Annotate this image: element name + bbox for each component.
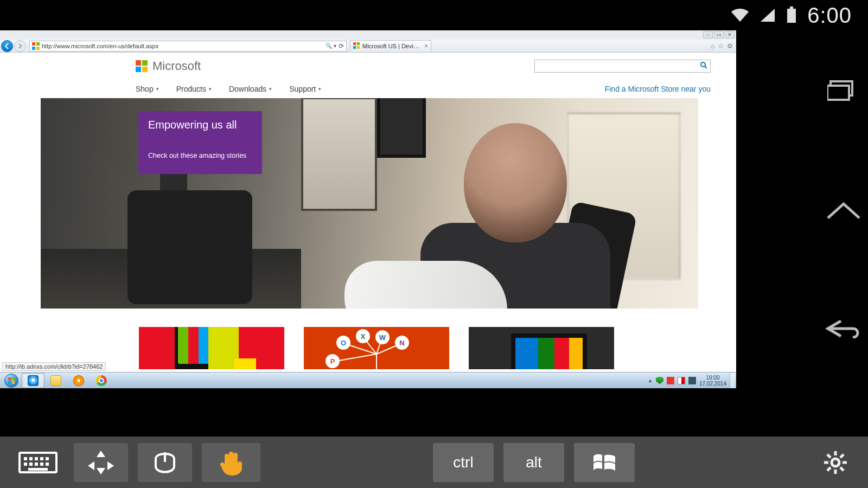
touch-mode-button[interactable] bbox=[202, 443, 260, 482]
back-button[interactable] bbox=[824, 316, 864, 342]
mouse-mode-button[interactable] bbox=[138, 443, 192, 482]
chevron-down-icon: ▾ bbox=[156, 86, 159, 92]
ie-tab[interactable]: Microsoft US | Devices and … × bbox=[350, 40, 431, 52]
wifi-icon bbox=[730, 8, 750, 23]
microsoft-logo[interactable]: Microsoft bbox=[136, 59, 201, 73]
tray-security-icon[interactable] bbox=[656, 377, 663, 384]
recent-apps-button[interactable] bbox=[824, 77, 864, 103]
tray-action-center-icon[interactable] bbox=[678, 377, 685, 384]
chrome-icon bbox=[96, 375, 107, 386]
hero-card[interactable]: Empowering us all Check out these amazin… bbox=[138, 111, 262, 174]
svg-rect-6 bbox=[32, 47, 35, 50]
toggle-keyboard-button[interactable] bbox=[12, 443, 64, 482]
ie-tab-close-button[interactable]: × bbox=[424, 42, 428, 50]
nav-find-store-link[interactable]: Find a Microsoft Store near you bbox=[605, 85, 711, 93]
ie-tab-title: Microsoft US | Devices and … bbox=[362, 43, 422, 49]
status-clock: 6:00 bbox=[807, 3, 852, 28]
alt-key-button[interactable]: alt bbox=[503, 443, 564, 482]
promo-tiles-row: W X O N P bbox=[139, 327, 614, 369]
start-button[interactable] bbox=[2, 373, 21, 388]
chevron-down-icon: ▾ bbox=[209, 86, 212, 92]
taskbar-app-ie[interactable] bbox=[22, 373, 44, 388]
hero-banner[interactable]: Empowering us all Check out these amazin… bbox=[41, 98, 698, 309]
svg-rect-8 bbox=[353, 42, 356, 45]
price-tag-shape bbox=[234, 358, 256, 369]
battery-icon bbox=[786, 7, 797, 24]
window-maximize-button[interactable]: ▭ bbox=[714, 31, 724, 38]
site-header: Microsoft bbox=[136, 53, 711, 80]
svg-rect-19 bbox=[46, 457, 49, 460]
taskbar-app-explorer[interactable] bbox=[44, 373, 67, 388]
tray-clock[interactable]: 18:00 17.02.2014 bbox=[699, 375, 726, 387]
taskbar-app-chrome[interactable] bbox=[90, 373, 113, 388]
tray-chevron-icon[interactable]: ▲ bbox=[648, 378, 653, 383]
svg-rect-20 bbox=[24, 463, 27, 466]
site-search-input[interactable] bbox=[535, 62, 697, 70]
phone-shape bbox=[175, 327, 213, 369]
ie-icon bbox=[28, 375, 39, 386]
promo-tile-phones[interactable] bbox=[139, 327, 284, 369]
home-button[interactable] bbox=[824, 196, 864, 222]
svg-line-35 bbox=[827, 467, 831, 471]
ie-title-bar: – ▭ ✕ bbox=[0, 30, 736, 40]
ie-forward-button[interactable] bbox=[14, 40, 26, 52]
tray-network-icon[interactable] bbox=[688, 377, 696, 384]
svg-line-32 bbox=[827, 454, 831, 458]
microsoft-wordmark: Microsoft bbox=[152, 59, 201, 73]
svg-rect-4 bbox=[32, 42, 35, 46]
hero-equipment-shape bbox=[127, 190, 252, 304]
windows-logo-icon bbox=[8, 377, 15, 384]
hero-head-shape bbox=[464, 123, 567, 242]
arrow-keys-button[interactable] bbox=[74, 443, 128, 482]
android-nav-bar bbox=[819, 30, 868, 388]
svg-point-12 bbox=[701, 62, 705, 67]
nav-shop[interactable]: Shop▾ bbox=[136, 85, 159, 93]
ie-search-dropdown[interactable]: 🔍 ▾ bbox=[326, 43, 336, 49]
svg-rect-18 bbox=[40, 457, 43, 460]
ie-toolbar: http://www.microsoft.com/en-us/default.a… bbox=[0, 40, 736, 53]
settings-button[interactable] bbox=[815, 443, 856, 482]
promo-tile-office[interactable]: W X O N P bbox=[304, 327, 449, 369]
promo-tile-surface[interactable] bbox=[469, 327, 614, 369]
svg-rect-1 bbox=[790, 7, 793, 9]
svg-rect-16 bbox=[29, 457, 33, 460]
svg-rect-25 bbox=[28, 468, 48, 471]
ie-status-bar-link: http://ib.adnxs.com/clktrb?id=278462 bbox=[2, 362, 106, 371]
powerpoint-icon: P bbox=[326, 354, 340, 368]
remote-app-toolbar: ctrl alt bbox=[0, 436, 868, 488]
ie-reload-button[interactable]: ⟳ bbox=[339, 42, 344, 50]
nav-products[interactable]: Products▾ bbox=[176, 85, 212, 93]
chevron-down-icon: ▾ bbox=[269, 86, 272, 92]
window-close-button[interactable]: ✕ bbox=[725, 31, 735, 38]
ie-back-button[interactable] bbox=[1, 40, 13, 52]
site-nav: Shop▾ Products▾ Downloads▾ Support▾ Find… bbox=[136, 80, 711, 98]
site-search[interactable] bbox=[534, 60, 711, 73]
search-icon[interactable] bbox=[697, 61, 710, 71]
webpage-content[interactable]: Microsoft Shop▾ Products▾ Downloads▾ Sup… bbox=[0, 53, 736, 372]
tray-volume-icon[interactable] bbox=[667, 377, 674, 384]
svg-rect-5 bbox=[36, 42, 40, 46]
taskbar-app-mediaplayer[interactable] bbox=[67, 373, 90, 388]
ie-url-text[interactable]: http://www.microsoft.com/en-us/default.a… bbox=[42, 43, 323, 49]
nav-support[interactable]: Support▾ bbox=[289, 85, 321, 93]
svg-rect-0 bbox=[787, 9, 796, 23]
site-favicon-icon bbox=[32, 42, 40, 50]
microsoft-logo-icon bbox=[136, 60, 148, 72]
windows-taskbar[interactable]: ▲ 18:00 17.02.2014 bbox=[0, 372, 736, 388]
svg-rect-11 bbox=[357, 46, 360, 49]
ie-tools-button[interactable]: ⚙ bbox=[727, 42, 733, 50]
svg-rect-10 bbox=[353, 46, 356, 49]
ie-home-button[interactable]: ⌂ bbox=[711, 42, 714, 50]
windows-key-button[interactable] bbox=[574, 443, 635, 482]
show-desktop-button[interactable] bbox=[730, 373, 735, 388]
ie-favorites-button[interactable]: ☆ bbox=[718, 42, 724, 50]
ctrl-key-button[interactable]: ctrl bbox=[433, 443, 494, 482]
svg-line-13 bbox=[705, 66, 707, 68]
ie-address-bar[interactable]: http://www.microsoft.com/en-us/default.a… bbox=[29, 41, 347, 52]
remote-desktop-viewport[interactable]: – ▭ ✕ http://www.microsoft.com/en-us/def… bbox=[0, 30, 736, 388]
nav-downloads[interactable]: Downloads▾ bbox=[229, 85, 272, 93]
mediaplayer-icon bbox=[73, 375, 84, 386]
system-tray[interactable]: ▲ 18:00 17.02.2014 bbox=[648, 373, 736, 388]
svg-line-34 bbox=[840, 454, 844, 458]
window-minimize-button[interactable]: – bbox=[703, 31, 713, 38]
